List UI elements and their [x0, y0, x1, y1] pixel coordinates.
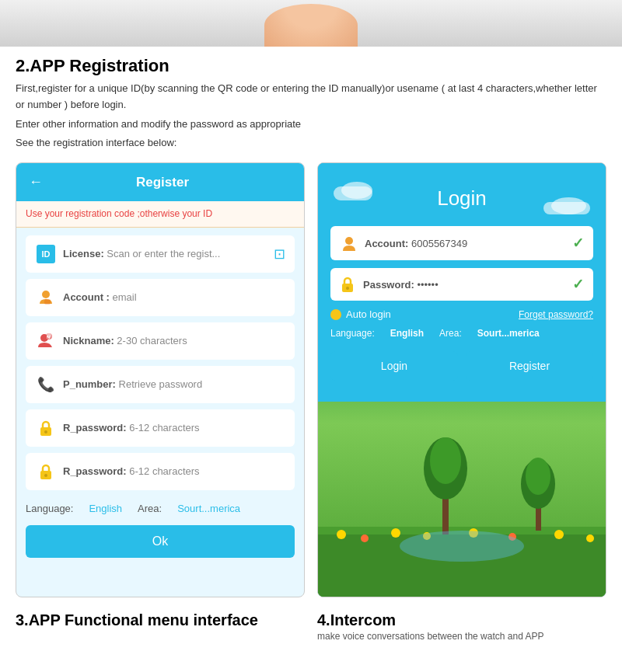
register-title: Register [52, 175, 273, 190]
section2-title: 2.APP Registration [16, 56, 606, 76]
warning-bar: Use your registration code ;otherwise yo… [16, 201, 304, 228]
login-phone-panel: Login Account: 6005567349 ✓ [317, 162, 606, 597]
lock1-icon [35, 417, 57, 439]
svg-point-26 [400, 531, 524, 562]
phone-label: P_number: Retrieve password [63, 378, 202, 390]
svg-point-27 [345, 237, 353, 245]
forget-password-link[interactable]: Forget password? [519, 309, 593, 320]
warning-text: Use your registration code ;otherwise yo… [26, 207, 295, 221]
auto-login-radio[interactable] [330, 309, 341, 320]
svg-point-19 [586, 534, 594, 542]
section2-desc3: See the registration interface below: [16, 135, 606, 151]
login-lock-icon [340, 276, 357, 293]
register-lang-row: Language: English Area: Sourt...merica [16, 498, 304, 519]
register-form: ID License: Scan or enter the regist... … [16, 228, 304, 498]
ok-button[interactable]: Ok [26, 525, 295, 558]
register-header: ← Register [16, 163, 304, 201]
login-language-label: Language: [330, 328, 375, 339]
login-account-text: Account: 6005567349 [365, 238, 566, 249]
register-language-value[interactable]: English [89, 503, 122, 514]
lock2-icon [35, 461, 57, 482]
auto-login-row: Auto login Forget password? [330, 308, 593, 320]
nature-scene [318, 426, 606, 597]
nickname-person-icon: N [35, 330, 57, 352]
account-field[interactable]: Account : email [26, 279, 295, 316]
section4-desc: make voice conversations between the wat… [317, 630, 606, 643]
svg-point-13 [361, 534, 369, 542]
rpassword2-label: R_password: 6-12 characters [63, 465, 200, 477]
screenshots-row: ← Register Use your registration code ;o… [16, 162, 606, 597]
svg-point-22 [430, 437, 461, 484]
auto-login-left[interactable]: Auto login [330, 308, 391, 320]
svg-point-14 [391, 528, 400, 538]
login-password-text: Password: •••••• [363, 279, 566, 291]
login-language-value[interactable]: English [390, 328, 424, 339]
svg-point-25 [526, 458, 550, 495]
account-person-icon [35, 287, 57, 308]
section2-desc1: First,register for a unique ID(by scanni… [16, 81, 606, 113]
id-icon: ID [35, 243, 57, 265]
register-back-button[interactable]: ← [29, 174, 43, 190]
section4-item: 4.Intercom make voice conversations betw… [317, 610, 606, 643]
license-label: License: Scan or enter the regist... [63, 248, 220, 259]
rpassword2-field[interactable]: R_password: 6-12 characters [26, 453, 295, 490]
svg-point-9 [44, 474, 47, 477]
section4-title: 4.Intercom [317, 610, 606, 630]
svg-point-29 [346, 287, 349, 290]
register-phone-panel: ← Register Use your registration code ;o… [16, 162, 305, 597]
register-area-value[interactable]: Sourt...merica [177, 503, 240, 514]
login-button[interactable]: Login [330, 351, 458, 381]
login-content: Login Account: 6005567349 ✓ [318, 163, 606, 406]
section3-item: 3.APP Functional menu interface [16, 610, 305, 643]
scan-icon[interactable]: ⊡ [274, 245, 285, 263]
svg-point-0 [42, 291, 50, 298]
login-account-field[interactable]: Account: 6005567349 ✓ [330, 226, 593, 260]
login-buttons-row: Login Register [330, 351, 593, 381]
login-area-label: Area: [439, 328, 462, 339]
login-lang-row: Language: English Area: Sourt...merica [330, 328, 593, 339]
register-language-label: Language: [26, 503, 73, 514]
page-content: 2.APP Registration First,register for a … [0, 47, 622, 657]
nickname-field[interactable]: N Nickname: 2-30 characters [26, 322, 295, 360]
account-label: Account : email [63, 291, 137, 303]
svg-text:N: N [47, 335, 50, 339]
svg-point-18 [554, 530, 564, 539]
phone-icon: 📞 [35, 374, 57, 395]
login-password-field[interactable]: Password: •••••• ✓ [330, 268, 593, 301]
bottom-titles: 3.APP Functional menu interface 4.Interc… [16, 610, 606, 648]
auto-login-label: Auto login [346, 308, 391, 320]
section3-title: 3.APP Functional menu interface [16, 610, 305, 630]
rpassword1-field[interactable]: R_password: 6-12 characters [26, 409, 295, 447]
login-title: Login [330, 186, 593, 211]
register-area-label: Area: [138, 503, 162, 514]
svg-point-12 [337, 530, 346, 539]
section2-desc2: Enter other information and modify the p… [16, 117, 606, 133]
rpassword1-label: R_password: 6-12 characters [63, 422, 200, 433]
top-banner [0, 0, 622, 47]
password-check-icon: ✓ [572, 276, 584, 293]
login-account-icon [340, 234, 358, 252]
account-check-icon: ✓ [572, 235, 584, 252]
nickname-label: Nickname: 2-30 characters [63, 335, 187, 346]
license-field[interactable]: ID License: Scan or enter the regist... … [26, 235, 295, 273]
phone-field[interactable]: 📞 P_number: Retrieve password [26, 366, 295, 403]
login-register-button[interactable]: Register [466, 351, 593, 381]
svg-point-7 [44, 430, 47, 433]
svg-rect-1 [44, 299, 51, 305]
login-area-value[interactable]: Sourt...merica [477, 328, 540, 339]
